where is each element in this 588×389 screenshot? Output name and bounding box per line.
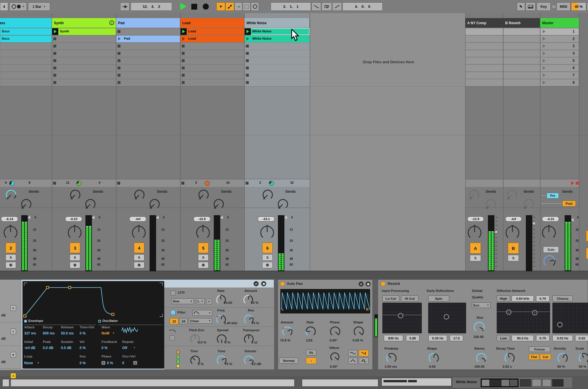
phase-retrig-button[interactable]: R	[102, 361, 105, 365]
clip-stop-button[interactable]	[118, 74, 120, 77]
clip-stop-button[interactable]	[246, 74, 249, 77]
clip-stop-button[interactable]	[118, 59, 120, 62]
clip-stop-button[interactable]	[181, 182, 184, 185]
chorus-amount-value[interactable]: 0.02	[575, 335, 588, 341]
oscvel-value[interactable]: 0	[122, 361, 124, 365]
clip-stop-button[interactable]	[246, 182, 249, 185]
pencil-mode-button[interactable]: ✎	[517, 2, 525, 11]
clip-stop-button[interactable]	[53, 66, 56, 69]
diffusion-low-freq[interactable]: 90.0 Hz	[512, 335, 534, 341]
offset-knob[interactable]	[329, 351, 340, 364]
clip-play-zone-playing[interactable]	[181, 28, 187, 35]
scene-play-icon[interactable]	[543, 44, 545, 48]
send-a-knob[interactable]	[506, 189, 518, 202]
oscillator-d-button[interactable]: D	[10, 305, 16, 311]
clip-stop-button[interactable]	[246, 52, 249, 55]
device-zoom-bar[interactable]	[382, 378, 452, 386]
empty-clip-slot[interactable]	[0, 72, 52, 79]
scene-slot[interactable]: 1	[540, 28, 579, 35]
arm-button[interactable]	[262, 262, 273, 268]
send-a-knob[interactable]	[262, 189, 274, 202]
scene-slot[interactable]: 4	[540, 50, 579, 57]
diffusion-xy-pad[interactable]: 1 2	[497, 303, 550, 333]
density-knob[interactable]	[556, 352, 569, 365]
send-a-knob[interactable]	[468, 189, 480, 202]
empty-clip-slot[interactable]	[116, 28, 180, 35]
clip-stop-button[interactable]	[118, 30, 120, 33]
pan-knob[interactable]	[505, 225, 520, 242]
initial-value[interactable]: -inf dB	[24, 346, 35, 350]
empty-clip-slot[interactable]	[245, 79, 309, 86]
loop-button[interactable]	[321, 2, 332, 11]
return-track-header[interactable]: A NY Comp	[465, 18, 503, 28]
track-volume-value[interactable]: -0.23	[65, 216, 82, 222]
lfo-dest-dropdown[interactable]: L▼	[196, 298, 205, 304]
clip-stop-button[interactable]	[53, 37, 56, 40]
empty-clip-slot[interactable]	[245, 72, 309, 79]
track-volume-value[interactable]: -15.9	[193, 216, 211, 222]
device-chain-overview-extra[interactable]	[520, 379, 564, 387]
overdub-button[interactable]: +	[216, 2, 225, 11]
scene-slot[interactable]: 2	[540, 36, 579, 42]
save-preset-icon[interactable]	[261, 281, 266, 286]
filter-type-dropdown[interactable]: ▼	[192, 310, 212, 316]
cue-volume-knob[interactable]	[542, 254, 556, 269]
decay-value[interactable]: 600 ms	[43, 331, 55, 335]
diffusion-high-q[interactable]: 0.70	[536, 295, 550, 302]
send-b-knob[interactable]	[523, 198, 535, 211]
empty-clip-slot[interactable]	[181, 43, 244, 50]
follow-button[interactable]	[120, 2, 130, 11]
xy-handle-1[interactable]: 1	[506, 309, 512, 315]
hot-swap-icon[interactable]: ⇄	[253, 281, 259, 286]
back-to-arrangement-icon[interactable]	[571, 181, 574, 185]
scene-play-icon[interactable]	[543, 66, 545, 70]
send-b-knob[interactable]	[84, 198, 97, 211]
lfo-amount-knob[interactable]	[242, 294, 254, 307]
input-q-value[interactable]: 5.85	[406, 335, 419, 341]
expand-clip-view-button[interactable]	[243, 2, 251, 11]
zoom-handle[interactable]	[408, 380, 417, 382]
vel-value[interactable]: 0 %	[80, 346, 86, 350]
stop-button[interactable]	[191, 4, 197, 10]
chorus-rate-value[interactable]: 0.02 Hz	[552, 335, 573, 341]
xy-handle-2[interactable]: 2	[532, 310, 538, 316]
rate-hz-button[interactable]: Hz	[306, 350, 316, 355]
send-b-knob[interactable]	[20, 198, 32, 211]
offset-value[interactable]: 0.00°	[330, 365, 338, 368]
empty-clip-slot[interactable]	[116, 72, 180, 79]
empty-clip-slot[interactable]	[0, 79, 52, 86]
cut-button[interactable]: Cut	[540, 354, 551, 360]
horizontal-scrollbar[interactable]	[10, 379, 295, 387]
arm-button[interactable]	[134, 262, 144, 268]
empty-clip-slot[interactable]	[116, 65, 180, 71]
clip-stop-button[interactable]	[182, 45, 185, 48]
send-b-knob[interactable]	[213, 198, 225, 211]
empty-clip-slot[interactable]	[0, 50, 52, 57]
master-solo-button[interactable]: Solo	[543, 246, 559, 253]
device-chain-overview[interactable]	[481, 379, 519, 387]
empty-clip-slot[interactable]	[245, 65, 309, 71]
waveform-random-button[interactable]	[359, 358, 369, 364]
quantization-menu[interactable]: 1 Bar ▼	[28, 2, 50, 11]
send-a-knob[interactable]	[197, 189, 210, 202]
pan-knob[interactable]	[131, 225, 147, 242]
track-header-bass[interactable]: Bass	[0, 18, 52, 28]
send-b-knob[interactable]	[148, 198, 161, 211]
scene-slot[interactable]: 8	[540, 79, 579, 86]
empty-clip-slot[interactable]	[181, 50, 244, 57]
cpu-load-meter[interactable]: 40 %	[571, 2, 586, 11]
envelope-graph[interactable]	[22, 281, 164, 318]
clip-stop-button[interactable]	[53, 52, 56, 55]
scene-play-icon[interactable]	[543, 73, 545, 77]
return-activator-button[interactable]: A	[470, 243, 481, 254]
predelay-value[interactable]: 2.50 ms	[385, 365, 397, 368]
oscillator-c-button[interactable]: C	[10, 329, 16, 334]
clip-stop-button[interactable]	[53, 81, 56, 84]
clip-slot[interactable]: Lead	[181, 36, 244, 42]
clip-slot[interactable]: Pad	[116, 36, 180, 42]
metronome-button[interactable]: ▼	[9, 2, 27, 11]
transpose-knob[interactable]	[243, 333, 255, 346]
key-value[interactable]: 0 %	[80, 361, 86, 365]
pan-knob[interactable]	[541, 225, 557, 242]
return-volume-value[interactable]: -12.9	[467, 216, 484, 222]
